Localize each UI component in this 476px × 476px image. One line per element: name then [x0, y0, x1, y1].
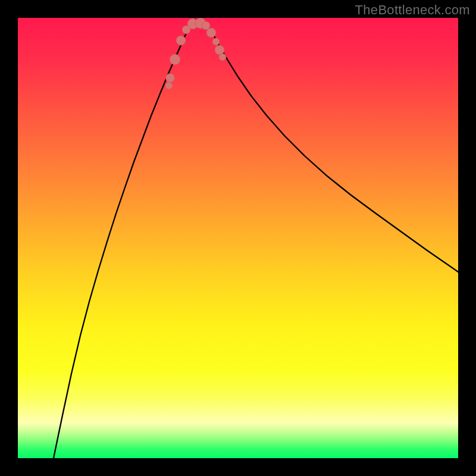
- bead-marker: [166, 74, 175, 83]
- bead-group: [165, 18, 226, 89]
- right-curve: [202, 19, 458, 272]
- bead-marker: [206, 28, 216, 37]
- bead-marker: [176, 36, 186, 45]
- bead-marker: [219, 54, 226, 61]
- bead-marker: [170, 54, 180, 65]
- watermark-text: TheBottleneck.com: [355, 2, 470, 18]
- plot-area: [18, 18, 458, 458]
- chart-frame: TheBottleneck.com: [0, 0, 476, 476]
- bead-marker: [165, 82, 173, 89]
- bead-marker: [212, 38, 220, 45]
- curves-svg: [18, 18, 458, 458]
- left-curve: [54, 19, 195, 458]
- bead-marker: [215, 45, 224, 55]
